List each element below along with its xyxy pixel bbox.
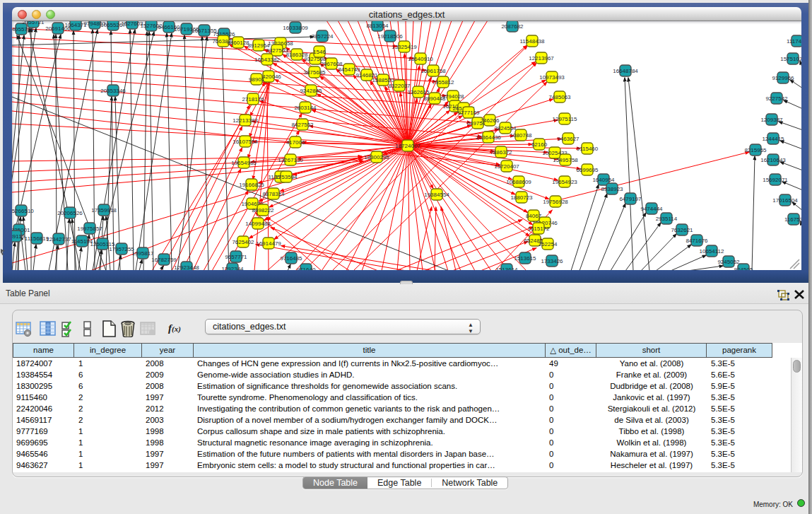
svg-text:15692071: 15692071 [763, 177, 788, 183]
svg-text:1362615: 1362615 [407, 89, 430, 95]
svg-text:9245052: 9245052 [717, 259, 740, 265]
svg-text:15495758: 15495758 [553, 157, 578, 163]
svg-text:7955812: 7955812 [432, 79, 454, 86]
svg-text:9115460: 9115460 [577, 146, 599, 152]
svg-text:2935114: 2935114 [656, 216, 678, 222]
svg-text:15751074: 15751074 [780, 56, 801, 62]
svg-text:12923448: 12923448 [174, 264, 199, 271]
svg-text:9129966: 9129966 [772, 75, 794, 81]
svg-text:18640910: 18640910 [408, 56, 433, 62]
svg-text:8813054: 8813054 [366, 23, 389, 29]
svg-text:252254: 252254 [539, 241, 558, 247]
svg-text:1615172: 1615172 [527, 226, 550, 232]
svg-text:16648784: 16648784 [613, 68, 638, 74]
svg-text:84067: 84067 [526, 213, 542, 219]
svg-text:10654112: 10654112 [700, 248, 725, 255]
svg-text:9242845: 9242845 [300, 88, 322, 94]
svg-text:10688609: 10688609 [506, 179, 531, 185]
svg-text:8215955: 8215955 [744, 147, 767, 153]
svg-text:7857224: 7857224 [311, 33, 334, 40]
svg-text:10973493: 10973493 [539, 74, 565, 81]
svg-text:9777169: 9777169 [457, 110, 480, 116]
svg-text:9327503: 9327503 [266, 47, 288, 54]
svg-text:20353346: 20353346 [100, 88, 126, 94]
svg-text:3824554: 3824554 [494, 125, 517, 132]
svg-text:9474444: 9474444 [640, 206, 663, 212]
svg-text:16543382: 16543382 [254, 57, 280, 63]
svg-text:9227542: 9227542 [765, 95, 788, 102]
svg-text:9657771: 9657771 [225, 254, 247, 260]
svg-text:13267130: 13267130 [278, 157, 303, 163]
svg-text:17957255: 17957255 [109, 246, 134, 252]
svg-text:8860128: 8860128 [227, 40, 249, 46]
svg-text:19756928: 19756928 [543, 199, 568, 205]
svg-text:14099488: 14099488 [245, 221, 271, 227]
svg-text:16033809: 16033809 [283, 25, 308, 31]
svg-text:1244415: 1244415 [762, 136, 784, 142]
svg-text:2803144: 2803144 [294, 105, 317, 111]
svg-text:1733426: 1733426 [541, 258, 563, 264]
svg-text:20206526: 20206526 [57, 210, 83, 216]
svg-text:1753594: 1753594 [275, 174, 298, 180]
svg-text:9716485: 9716485 [280, 255, 302, 262]
svg-text:1209387: 1209387 [760, 117, 783, 123]
svg-text:1513614: 1513614 [495, 267, 518, 271]
svg-text:17359918: 17359918 [91, 207, 117, 214]
svg-text:19166825: 19166825 [239, 182, 264, 188]
svg-text:2055721: 2055721 [22, 21, 45, 25]
svg-text:116753: 116753 [784, 216, 801, 223]
svg-text:13325419: 13325419 [392, 44, 417, 50]
svg-text:9794028: 9794028 [442, 93, 464, 100]
svg-text:971640: 971640 [297, 267, 316, 271]
svg-text:7632621: 7632621 [671, 227, 693, 233]
svg-text:1640954: 1640954 [592, 177, 615, 183]
svg-text:19654923: 19654923 [552, 179, 577, 185]
svg-text:1292344: 1292344 [221, 266, 244, 271]
svg-text:8938923: 8938923 [601, 186, 623, 192]
svg-text:8427552: 8427552 [291, 122, 314, 128]
svg-text:1080748: 1080748 [510, 132, 532, 139]
svg-text:1546: 1546 [313, 49, 326, 55]
svg-text:1513615: 1513615 [514, 255, 536, 262]
svg-text:8498222: 8498222 [252, 207, 274, 214]
svg-text:12213967: 12213967 [529, 55, 554, 62]
svg-text:7485063: 7485063 [548, 94, 571, 100]
svg-text:417006: 417006 [286, 139, 305, 146]
svg-text:1117453: 1117453 [787, 38, 801, 45]
svg-text:18724007: 18724007 [395, 143, 420, 149]
svg-text:18300295: 18300295 [364, 154, 389, 160]
svg-text:8322037: 8322037 [388, 83, 411, 89]
svg-text:1880723: 1880723 [510, 194, 533, 201]
svg-text:12975115: 12975115 [553, 116, 578, 122]
svg-text:16914479: 16914479 [256, 240, 281, 247]
svg-text:924505: 924505 [734, 267, 753, 271]
svg-text:62160: 62160 [531, 141, 548, 148]
svg-text:12213383: 12213383 [233, 117, 258, 124]
svg-text:25266510: 25266510 [12, 208, 34, 214]
svg-text:6699695: 6699695 [576, 167, 599, 173]
svg-text:8878314: 8878314 [262, 191, 285, 197]
svg-text:19218506: 19218506 [377, 33, 403, 40]
svg-text:16782759: 16782759 [151, 257, 177, 263]
svg-text:1995817: 1995817 [131, 250, 154, 257]
svg-text:16210643: 16210643 [760, 157, 786, 163]
svg-text:98901: 98901 [249, 76, 265, 83]
svg-text:3875685: 3875685 [303, 69, 326, 76]
svg-text:7886372: 7886372 [490, 149, 512, 156]
svg-text:16107554: 16107554 [233, 139, 258, 145]
svg-text:2087682: 2087682 [501, 23, 524, 30]
svg-text:15720407: 15720407 [494, 163, 519, 170]
svg-text:20364436: 20364436 [476, 134, 501, 141]
svg-text:19975857: 19975857 [77, 226, 102, 232]
svg-text:19384554: 19384554 [424, 192, 449, 198]
svg-text:439119: 439119 [12, 233, 25, 240]
svg-text:9463627: 9463627 [557, 136, 579, 142]
svg-text:16961758: 16961758 [420, 68, 446, 74]
svg-text:12342737: 12342737 [46, 236, 71, 243]
svg-text:6479197: 6479197 [619, 196, 642, 202]
svg-text:7625402: 7625402 [232, 239, 254, 245]
svg-text:8471676: 8471676 [686, 238, 708, 244]
svg-text:17016504: 17016504 [772, 197, 798, 204]
svg-text:746266: 746266 [481, 117, 500, 124]
svg-text:19654985: 19654985 [231, 160, 257, 166]
